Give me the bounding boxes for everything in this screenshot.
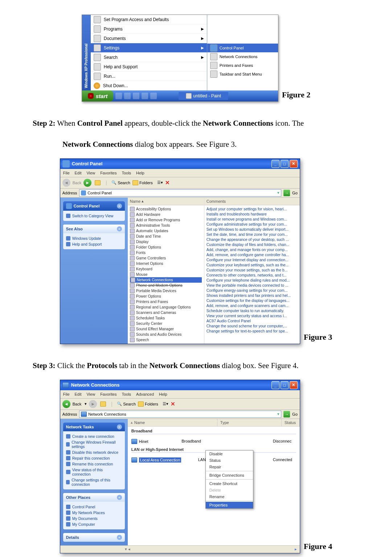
menu-search[interactable]: Search▶ [91, 53, 207, 62]
task-link[interactable]: Rename this connection [66, 461, 122, 467]
menu-view[interactable]: View [86, 392, 95, 396]
taskbar-app-paint[interactable]: untitled - Paint [179, 92, 228, 100]
menubar[interactable]: FileEditViewFavoritesToolsHelp [60, 169, 300, 177]
ctx-repair[interactable]: Repair [206, 464, 253, 470]
ctx-properties[interactable]: Properties [206, 502, 253, 508]
menu-help[interactable]: Help [159, 392, 167, 396]
collapse-icon[interactable]: « [117, 535, 122, 540]
place-link[interactable]: My Documents [66, 516, 122, 521]
menu-edit[interactable]: Edit [75, 171, 82, 175]
cpl-item[interactable]: Phone and Modem Options [130, 283, 202, 288]
address-field[interactable]: Network Connections▾ [79, 411, 281, 418]
cpl-item[interactable]: Regional and Language Options [130, 304, 202, 310]
menu-documents[interactable]: Documents▶ [91, 34, 207, 43]
cpl-item[interactable]: Game Controllers [130, 255, 202, 261]
cpl-item[interactable]: Sound Effect Manager [130, 326, 202, 332]
cpl-item[interactable]: Speech [130, 337, 202, 343]
cpl-item[interactable]: Automatic Updates [130, 228, 202, 234]
cpl-item[interactable]: Mouse [130, 272, 202, 277]
forward-button[interactable]: ► [83, 179, 91, 187]
close-button[interactable]: ✕ [290, 381, 298, 389]
side-link[interactable]: Windows Update [66, 235, 122, 241]
cpl-item[interactable]: Fonts [130, 250, 202, 255]
menu-favorites[interactable]: Favorites [100, 392, 117, 396]
submenu-control-panel[interactable]: Control Panel [207, 44, 278, 52]
ctx-delete[interactable]: Delete [206, 487, 253, 493]
menu-view[interactable]: View [86, 171, 95, 175]
menu-advanced[interactable]: Advanced [136, 392, 154, 396]
minimize-button[interactable]: _ [271, 160, 279, 168]
cpl-item[interactable]: Printers and Faxes [130, 299, 202, 304]
views-button[interactable]: ☰▾ [163, 401, 168, 406]
cpl-item[interactable]: Security Center [130, 321, 202, 326]
quick-launch-icon[interactable] [150, 93, 157, 99]
quick-launch-icon[interactable] [133, 93, 139, 99]
column-header-name[interactable]: ▴Name [128, 419, 217, 426]
cpl-item[interactable]: Accessibility Options [130, 206, 202, 212]
quick-launch-icon[interactable] [115, 93, 122, 99]
menu-file[interactable]: File [63, 392, 70, 396]
column-header-status[interactable]: Status [282, 419, 300, 426]
cpl-item[interactable]: Internet Options [130, 261, 202, 266]
views-button[interactable]: ☰▾ [157, 180, 163, 185]
menu-shutdown[interactable]: Shut Down... [91, 81, 207, 90]
ctx-rename[interactable]: Rename [206, 493, 253, 500]
menu-settings[interactable]: Settings▶ [91, 43, 207, 53]
submenu-printers[interactable]: Printers and Faxes [207, 61, 278, 70]
task-link[interactable]: Change Windows Firewall settings [66, 439, 122, 449]
quick-launch-icon[interactable] [142, 93, 148, 99]
maximize-button[interactable]: □ [281, 160, 289, 168]
cpl-item[interactable]: Display [130, 239, 202, 245]
search-button[interactable]: 🔍Search [111, 180, 130, 185]
minimize-button[interactable]: _ [271, 381, 279, 389]
cpl-item[interactable]: Network Connections [130, 277, 202, 283]
folders-button[interactable]: Folders [132, 180, 153, 185]
maximize-button[interactable]: □ [281, 381, 289, 389]
task-link[interactable]: Disable this network device [66, 449, 122, 455]
menu-help[interactable]: Help and Support [91, 62, 207, 72]
task-link[interactable]: Repair this connection [66, 455, 122, 461]
back-button[interactable]: ◄ [62, 179, 70, 187]
cpl-item[interactable]: Add or Remove Programs [130, 217, 202, 223]
task-link[interactable]: View status of this connection [66, 467, 122, 477]
place-link[interactable]: My Network Places [66, 510, 122, 516]
quick-launch-icon[interactable] [124, 93, 131, 99]
ctx-status[interactable]: Status [206, 457, 253, 464]
submenu-network-connections[interactable]: Network Connections [207, 52, 278, 61]
collapse-icon[interactable]: « [117, 203, 122, 209]
column-header-comments[interactable]: Comments [204, 198, 300, 205]
menubar[interactable]: FileEditViewFavoritesToolsAdvancedHelp [60, 390, 300, 399]
menu-favorites[interactable]: Favorites [100, 171, 117, 175]
ctx-create shortcut[interactable]: Create Shortcut [206, 480, 253, 487]
address-field[interactable]: Control Panel▾ [79, 189, 281, 197]
task-link[interactable]: Create a new connection [66, 433, 122, 439]
cpl-item[interactable]: Scheduled Tasks [130, 315, 202, 321]
start-button[interactable]: start [82, 90, 114, 101]
ctx-disable[interactable]: Disable [206, 451, 253, 457]
menu-tools[interactable]: Tools [122, 171, 131, 175]
go-button[interactable]: → [283, 411, 290, 417]
menu-file[interactable]: File [63, 171, 70, 175]
collapse-icon[interactable]: « [117, 424, 122, 429]
menu-set-program-access[interactable]: Set Program Access and Defaults [91, 15, 207, 24]
folders-button[interactable]: Folders [138, 401, 158, 407]
cpl-item[interactable]: Scanners and Cameras [130, 310, 202, 315]
column-header-type[interactable]: Type [217, 419, 282, 426]
delete-button[interactable]: ✕ [171, 401, 175, 407]
collapse-icon[interactable]: « [117, 226, 122, 231]
submenu-taskbar[interactable]: Taskbar and Start Menu [207, 70, 278, 78]
cpl-item[interactable]: Administrative Tools [130, 223, 202, 228]
connection-hinet[interactable]: Hinet Broadband Disconnec [128, 438, 300, 445]
cpl-item[interactable]: Add Hardware [130, 212, 202, 217]
back-button[interactable]: ◄ [62, 400, 70, 408]
place-link[interactable]: My Computer [66, 521, 122, 527]
column-header-name[interactable]: Name ▴ [128, 198, 204, 205]
side-link[interactable]: Help and Support [66, 241, 122, 247]
up-button[interactable] [99, 400, 107, 408]
cpl-item[interactable]: Portable Media Devices [130, 288, 202, 294]
ctx-bridge connections[interactable]: Bridge Connections [206, 472, 253, 479]
cpl-item[interactable]: Keyboard [130, 266, 202, 272]
search-button[interactable]: 🔍Search [117, 401, 136, 406]
cpl-item[interactable]: Sounds and Audio Devices [130, 332, 202, 337]
place-link[interactable]: Control Panel [66, 504, 122, 510]
